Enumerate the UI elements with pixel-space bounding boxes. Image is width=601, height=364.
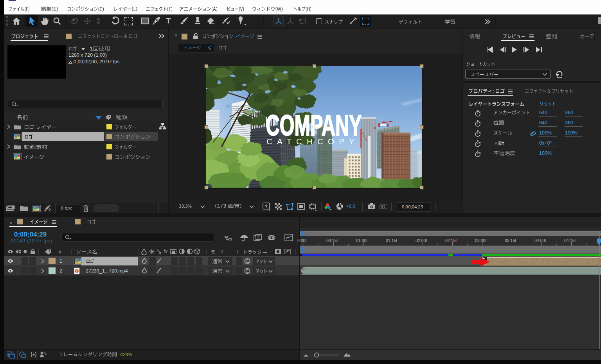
svg-text:CATCHCOPY: CATCHCOPY <box>266 137 359 146</box>
